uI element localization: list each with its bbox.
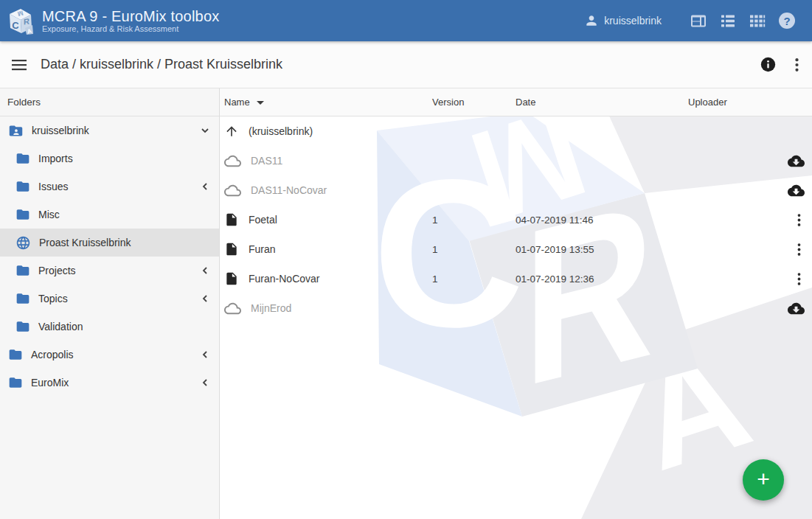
chevron-left-icon[interactable] <box>199 349 211 360</box>
table-header-row: Name Version Date Uploader <box>220 88 812 116</box>
sidebar-item-label: Misc <box>38 209 60 220</box>
cloud-download-icon[interactable] <box>788 300 805 317</box>
web-icon <box>690 12 707 30</box>
sidebar-item-label: Proast Kruisselbrink <box>39 237 131 248</box>
more-vert-icon <box>795 58 799 72</box>
cloud-icon <box>224 182 241 199</box>
arrow-up-icon <box>224 124 239 139</box>
person-icon <box>584 13 599 28</box>
chevron-down-icon[interactable] <box>199 125 211 136</box>
chevron-left-icon[interactable] <box>199 293 211 304</box>
table-row[interactable]: DAS11 <box>220 146 812 175</box>
sidebar-item-misc[interactable]: Misc <box>0 201 219 229</box>
sidebar-item-imports[interactable]: Imports <box>0 144 219 173</box>
folders-sidebar: Folders kruisselbrink Imports Issues <box>0 88 220 519</box>
add-button[interactable]: + <box>743 459 784 501</box>
svg-text:R: R <box>24 16 30 26</box>
folder-icon <box>8 347 23 362</box>
table-row-parent-folder[interactable]: (kruisselbrink) <box>220 116 812 146</box>
list-icon <box>719 12 737 30</box>
file-icon <box>224 271 239 286</box>
file-table-panel: A R M C Name Version Date Uploader (kr <box>220 88 812 519</box>
table-row[interactable]: Foetal 1 04-07-2019 11:46 <box>220 205 812 234</box>
column-header-name[interactable]: Name <box>224 97 432 108</box>
file-list: (kruisselbrink) DAS11 <box>220 116 812 323</box>
sidebar-item-topics[interactable]: Topics <box>0 285 219 313</box>
sidebar-item-label: Imports <box>38 153 73 164</box>
user-menu[interactable]: kruisselbrink <box>584 13 662 28</box>
folder-icon <box>8 375 23 390</box>
row-menu-icon[interactable] <box>797 214 801 226</box>
folder-icon <box>15 263 30 278</box>
sidebar-header: Folders <box>0 88 219 116</box>
app-header: M C R A MCRA 9 - EuroMix toolbox Exposur… <box>0 0 812 41</box>
sidebar-item-label: Topics <box>38 293 68 304</box>
sidebar-item-label: Issues <box>38 181 68 192</box>
info-icon <box>760 57 776 72</box>
sidebar-item-euromix[interactable]: EuroMix <box>0 369 219 397</box>
sidebar-item-label: Validation <box>38 321 83 332</box>
folder-icon <box>15 207 30 222</box>
help-button[interactable]: ? <box>778 12 796 29</box>
folder-icon <box>15 319 30 334</box>
sidebar-item-label: EuroMix <box>31 377 69 389</box>
cloud-icon <box>224 153 241 170</box>
table-row[interactable]: DAS11-NoCovar <box>220 175 812 205</box>
sidebar-item-validation[interactable]: Validation <box>0 313 219 341</box>
app-title: MCRA 9 - EuroMix toolbox <box>42 8 219 24</box>
chevron-left-icon[interactable] <box>199 377 211 389</box>
folder-shared-icon <box>8 123 24 139</box>
cloud-download-icon[interactable] <box>788 182 805 199</box>
sort-desc-icon <box>257 101 264 105</box>
hamburger-icon <box>12 59 27 71</box>
app-brand[interactable]: M C R A MCRA 9 - EuroMix toolbox Exposur… <box>6 6 219 35</box>
sidebar-item-proast-kruisselbrink[interactable]: Proast Kruisselbrink <box>0 229 219 257</box>
page-menu-button[interactable] <box>795 58 799 72</box>
workspace-view-button[interactable] <box>690 12 707 29</box>
column-header-version[interactable]: Version <box>432 97 516 108</box>
sidebar-item-label: kruisselbrink <box>32 125 89 136</box>
cloud-download-icon[interactable] <box>788 153 805 170</box>
sidebar-item-label: Projects <box>38 265 76 276</box>
breadcrumb[interactable]: Data / kruisselbrink / Proast Kruisselbr… <box>41 57 282 72</box>
apps-grid-button[interactable] <box>749 12 766 29</box>
globe-icon <box>15 235 31 251</box>
svg-text:C: C <box>12 20 19 31</box>
table-row[interactable]: Furan-NoCovar 1 01-07-2019 12:36 <box>220 264 812 293</box>
app-subtitle: Exposure, Hazard & Risk Assessment <box>42 24 219 34</box>
sidebar-item-projects[interactable]: Projects <box>0 257 219 285</box>
chevron-left-icon[interactable] <box>199 265 211 276</box>
file-icon <box>224 212 239 227</box>
file-icon <box>224 242 239 257</box>
sidebar-item-label: Acropolis <box>31 349 74 360</box>
table-row[interactable]: MijnErod <box>220 293 812 323</box>
menu-button[interactable] <box>12 59 27 71</box>
folder-icon <box>15 179 30 194</box>
task-list-button[interactable] <box>719 12 737 29</box>
column-header-date[interactable]: Date <box>516 97 688 108</box>
row-menu-icon[interactable] <box>797 243 801 256</box>
help-icon: ? <box>779 13 795 29</box>
chevron-left-icon[interactable] <box>199 181 211 192</box>
sidebar-item-issues[interactable]: Issues <box>0 173 219 201</box>
row-menu-icon[interactable] <box>797 273 801 285</box>
info-button[interactable] <box>760 57 776 72</box>
apps-grid-icon <box>749 12 766 30</box>
table-row[interactable]: Furan 1 01-07-2019 13:55 <box>220 234 812 264</box>
user-name: kruisselbrink <box>604 15 662 27</box>
folder-icon <box>15 151 30 166</box>
mcra-cube-logo: M C R A <box>6 6 35 35</box>
breadcrumb-bar: Data / kruisselbrink / Proast Kruisselbr… <box>0 41 812 88</box>
sidebar-item-kruisselbrink[interactable]: kruisselbrink <box>0 116 219 144</box>
cloud-icon <box>224 300 241 317</box>
sidebar-item-acropolis[interactable]: Acropolis <box>0 341 219 369</box>
folder-icon <box>15 291 30 306</box>
column-header-uploader[interactable]: Uploader <box>688 97 771 108</box>
